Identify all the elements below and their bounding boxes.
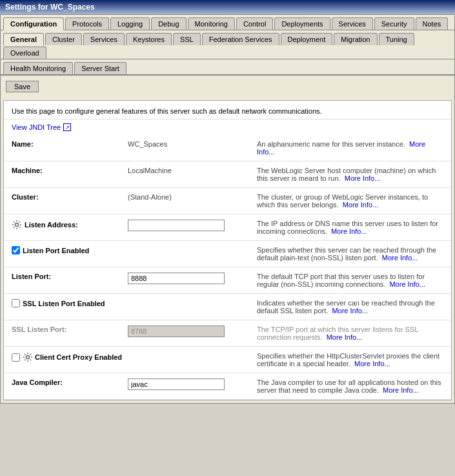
cert-gear-icon	[23, 352, 33, 362]
tab-control[interactable]: Control	[236, 17, 273, 30]
gear-icon	[12, 220, 22, 230]
row-listen-port-enabled: Listen Port Enabled Specifies whether th…	[4, 241, 451, 267]
tab-keystores[interactable]: Keystores	[126, 33, 172, 45]
tab-logging[interactable]: Logging	[110, 17, 150, 30]
desc-listen-address: The IP address or DNS name this server u…	[249, 214, 451, 241]
value-listen-port	[120, 267, 249, 294]
desc-client-cert-proxy: Specifies whether the HttpClusterServlet…	[249, 347, 451, 373]
label-listen-address: Listen Address:	[4, 214, 120, 241]
value-java-compiler	[120, 373, 249, 400]
tab-migration[interactable]: Migration	[334, 33, 377, 45]
desc-java-compiler: The Java compiler to use for all applica…	[249, 373, 451, 400]
listen-port-input[interactable]	[128, 273, 225, 284]
label-client-cert-proxy: Client Cert Proxy Enabled	[4, 347, 249, 373]
external-link-icon: ↗	[63, 123, 71, 131]
desc-cluster: The cluster, or group of WebLogic Server…	[249, 188, 451, 214]
value-listen-address	[120, 214, 249, 241]
ssl-listen-port-enabled-checkbox[interactable]	[12, 299, 20, 307]
jndi-link-label: View JNDI Tree	[12, 123, 61, 131]
tab-general[interactable]: General	[3, 33, 44, 46]
settings-table: Name: WC_Spaces An alphanumeric name for…	[4, 135, 451, 400]
tab-row-1: Configuration Protocols Logging Debug Mo…	[1, 15, 454, 30]
tab-cluster[interactable]: Cluster	[45, 33, 82, 45]
listen-address-input[interactable]	[128, 220, 225, 231]
tab-deployment[interactable]: Deployment	[281, 33, 333, 45]
more-link-java-compiler[interactable]: More Info...	[383, 386, 419, 394]
label-java-compiler: Java Compiler:	[4, 373, 120, 400]
ssl-listen-port-input	[128, 326, 225, 337]
window-title: Settings for WC_Spaces	[0, 0, 455, 14]
row-java-compiler: Java Compiler: The Java compiler to use …	[4, 373, 451, 400]
label-listen-port: Listen Port:	[4, 267, 120, 294]
jndi-link[interactable]: View JNDI Tree ↗	[4, 119, 451, 135]
tab-deployments[interactable]: Deployments	[274, 17, 330, 30]
row-cluster: Cluster: (Stand-Alone) The cluster, or g…	[4, 188, 451, 214]
tab-security[interactable]: Security	[374, 17, 414, 30]
row-ssl-listen-port: SSL Listen Port: The TCP/IP port at whic…	[4, 320, 451, 347]
more-link-client-cert-proxy[interactable]: More Info...	[354, 360, 390, 367]
more-link-listen-port-enabled[interactable]: More Info...	[382, 254, 418, 262]
tab-server-start[interactable]: Server Start	[74, 62, 126, 74]
label-name: Name:	[4, 135, 120, 161]
value-machine: LocalMachine	[120, 161, 249, 188]
tab-federation-services[interactable]: Federation Services	[202, 33, 279, 45]
svg-point-1	[26, 356, 30, 359]
row-listen-port: Listen Port: The default TCP port that t…	[4, 267, 451, 294]
content-area: Use this page to configure general featu…	[3, 100, 452, 400]
value-name: WC_Spaces	[120, 135, 249, 161]
tab-monitoring[interactable]: Monitoring	[188, 17, 235, 30]
desc-listen-port: The default TCP port that this server us…	[249, 267, 451, 294]
more-link-machine[interactable]: More Info...	[345, 174, 381, 182]
more-link-cluster[interactable]: More Info...	[343, 201, 379, 209]
java-compiler-input[interactable]	[128, 378, 225, 390]
tab-health-monitoring[interactable]: Health Monitoring	[3, 62, 73, 74]
row-name: Name: WC_Spaces An alphanumeric name for…	[4, 135, 451, 161]
ssl-listen-port-enabled-label: SSL Listen Port Enabled	[12, 299, 241, 307]
tab-protocols[interactable]: Protocols	[65, 17, 109, 30]
more-link-name[interactable]: More Info...	[257, 140, 425, 156]
tab-row-3: Health Monitoring Server Start	[1, 59, 454, 76]
label-machine: Machine:	[4, 161, 120, 188]
row-ssl-listen-port-enabled: SSL Listen Port Enabled Indicates whethe…	[4, 294, 451, 320]
listen-port-enabled-label: Listen Port Enabled	[12, 246, 241, 254]
row-listen-address: Listen Address: The IP address or DNS na…	[4, 214, 451, 241]
tab-services2[interactable]: Services	[83, 33, 125, 45]
page-description: Use this page to configure general featu…	[12, 107, 322, 115]
label-ssl-listen-port: SSL Listen Port:	[4, 320, 120, 347]
tab-overload[interactable]: Overload	[3, 47, 46, 59]
more-link-listen-port[interactable]: More Info...	[389, 280, 425, 288]
save-bar: Save	[1, 76, 454, 98]
tab-row-2: General Cluster Services Keystores SSL F…	[1, 30, 454, 59]
tab-debug[interactable]: Debug	[151, 17, 186, 30]
more-link-ssl-listen-port-enabled[interactable]: More Info...	[332, 307, 368, 315]
desc-ssl-listen-port: The TCP/IP port at which this server lis…	[249, 320, 451, 347]
desc-listen-port-enabled: Specifies whether this server can be rea…	[249, 241, 451, 267]
label-cluster: Cluster:	[4, 188, 120, 214]
label-ssl-listen-port-enabled: SSL Listen Port Enabled	[4, 294, 249, 320]
tab-configuration[interactable]: Configuration	[3, 17, 64, 30]
client-cert-proxy-checkbox[interactable]	[12, 353, 20, 362]
row-client-cert-proxy: Client Cert Proxy Enabled Specifies whet…	[4, 347, 451, 373]
value-ssl-listen-port	[120, 320, 249, 347]
row-machine: Machine: LocalMachine The WebLogic Serve…	[4, 161, 451, 188]
tab-tuning[interactable]: Tuning	[379, 33, 414, 45]
more-link-ssl-listen-port[interactable]: More Info...	[327, 333, 363, 341]
description-bar: Use this page to configure general featu…	[4, 101, 451, 119]
save-button[interactable]: Save	[6, 81, 39, 92]
tab-services[interactable]: Services	[332, 17, 373, 30]
label-listen-port-enabled: Listen Port Enabled	[4, 241, 249, 267]
desc-machine: The WebLogic Server host computer (machi…	[249, 161, 451, 188]
svg-point-0	[15, 223, 19, 227]
desc-ssl-listen-port-enabled: Indicates whether the server can be reac…	[249, 294, 451, 320]
client-cert-proxy-label: Client Cert Proxy Enabled	[12, 352, 241, 362]
more-link-listen-address[interactable]: More Info...	[331, 227, 367, 235]
tab-ssl[interactable]: SSL	[173, 33, 201, 45]
tab-notes[interactable]: Notes	[416, 17, 449, 30]
desc-name: An alphanumeric name for this server ins…	[249, 135, 451, 161]
value-cluster: (Stand-Alone)	[120, 188, 249, 214]
listen-port-enabled-checkbox[interactable]	[12, 246, 20, 254]
